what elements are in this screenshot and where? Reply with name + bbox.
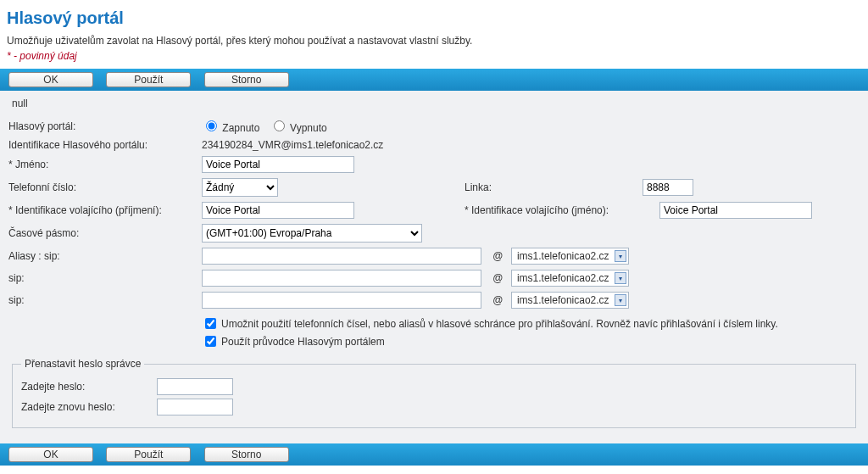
label-sip2: sip: (8, 272, 202, 284)
radio-off[interactable] (274, 120, 285, 131)
page-description: Umožňuje uživatelům zavolat na Hlasový p… (7, 35, 861, 47)
use-wizard-checkbox[interactable] (205, 336, 216, 347)
reset-password-legend: Přenastavit heslo správce (21, 358, 144, 370)
null-text: null (12, 98, 860, 109)
alias3-domain-combo[interactable]: ims1.telefonicao2.cz ▾ (511, 292, 629, 309)
label-portal: Hlasový portál: (8, 120, 202, 132)
alias2-input[interactable] (202, 270, 481, 287)
radio-off-text: Vypnuto (290, 122, 327, 134)
radio-on-text: Zapnuto (222, 122, 259, 134)
timezone-select[interactable]: (GMT+01:00) Evropa/Praha (202, 224, 422, 243)
label-portal-id: Identifikace Hlasového portálu: (8, 139, 202, 151)
radio-off-label[interactable]: Vypnuto (270, 122, 327, 134)
value-portal-id: 234190284_VMR@ims1.telefonicao2.cz (202, 139, 383, 151)
name-input[interactable] (202, 156, 354, 173)
caller-last-input[interactable] (202, 202, 354, 219)
line-input[interactable] (643, 179, 693, 196)
ok-button-top[interactable]: OK (8, 72, 93, 87)
alias2-domain-combo[interactable]: ims1.telefonicao2.cz ▾ (511, 270, 629, 287)
phone-select[interactable]: Žádný (202, 178, 278, 197)
ok-button-bottom[interactable]: OK (8, 447, 93, 462)
radio-on[interactable] (206, 120, 217, 131)
form-area: null Hlasový portál: Zapnuto Vypnuto Ide… (0, 91, 868, 443)
alias3-domain-text: ims1.telefonicao2.cz (517, 294, 609, 306)
bottom-button-bar: OK Použít Storno (0, 443, 868, 466)
label-line: Linka: (465, 181, 643, 193)
chevron-down-icon: ▾ (615, 272, 626, 284)
use-wizard-label: Použít průvodce Hlasovým portálem (221, 336, 385, 348)
label-name: * Jméno: (8, 159, 202, 170)
label-caller-last: * Identifikace volajícího (příjmení): (8, 204, 202, 216)
alias1-input[interactable] (202, 248, 481, 265)
allow-phone-login-label: Umožnit použití telefonních čísel, nebo … (221, 318, 778, 330)
at-sign-1: @ (492, 250, 503, 262)
alias1-domain-combo[interactable]: ims1.telefonicao2.cz ▾ (511, 248, 629, 265)
cancel-button-bottom[interactable]: Storno (204, 447, 289, 462)
at-sign-3: @ (492, 294, 503, 306)
label-sip3: sip: (8, 294, 202, 306)
label-aliases: Aliasy : sip: (8, 250, 202, 262)
at-sign-2: @ (492, 272, 503, 284)
allow-phone-login-checkbox[interactable] (205, 318, 216, 329)
top-button-bar: OK Použít Storno (0, 69, 868, 91)
enter-pwd-input[interactable] (157, 378, 233, 395)
caller-first-input[interactable] (659, 202, 812, 219)
label-timezone: Časové pásmo: (8, 227, 202, 239)
alias2-domain-text: ims1.telefonicao2.cz (517, 272, 609, 284)
label-enter-pwd: Zadejte heslo: (21, 381, 157, 393)
cancel-button-top[interactable]: Storno (204, 72, 289, 87)
reenter-pwd-input[interactable] (157, 399, 233, 415)
chevron-down-icon: ▾ (615, 250, 626, 262)
radio-on-label[interactable]: Zapnuto (202, 122, 263, 134)
label-caller-first: * Identifikace volajícího (jméno): (465, 204, 659, 216)
label-reenter-pwd: Zadejte znovu heslo: (21, 401, 157, 413)
alias3-input[interactable] (202, 292, 481, 309)
page-title: Hlasový portál (7, 8, 861, 28)
label-phone: Telefonní číslo: (8, 181, 202, 193)
required-note: * - povinný údaj (7, 50, 861, 62)
chevron-down-icon: ▾ (615, 294, 626, 306)
alias1-domain-text: ims1.telefonicao2.cz (517, 250, 609, 262)
reset-password-fieldset: Přenastavit heslo správce Zadejte heslo:… (12, 358, 856, 428)
apply-button-top[interactable]: Použít (106, 72, 191, 87)
apply-button-bottom[interactable]: Použít (106, 447, 191, 462)
